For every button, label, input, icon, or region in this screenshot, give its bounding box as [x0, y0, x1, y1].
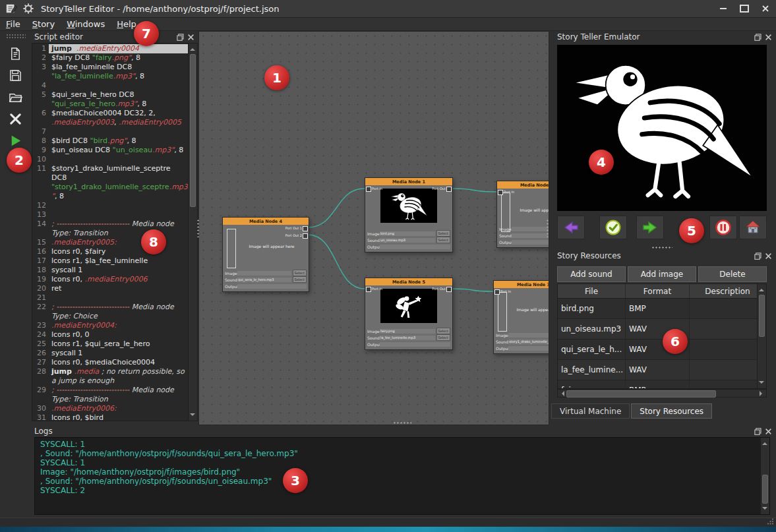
script-line[interactable]: 27lcons r0, $mediaChoice0004 [32, 358, 188, 367]
open-button[interactable] [0, 86, 31, 108]
script-line[interactable]: 21 [32, 293, 188, 303]
select-button[interactable]: Select [436, 237, 450, 243]
maximize-button[interactable] [734, 0, 755, 17]
table-row[interactable]: bird.pngBMP [558, 299, 766, 319]
script-line[interactable]: 29; ---------------------------- Media n… [32, 386, 188, 404]
scroll-thumb[interactable] [759, 295, 765, 337]
menu-story[interactable]: Story [26, 19, 61, 29]
close-button[interactable] [755, 0, 776, 17]
output-port[interactable] [446, 287, 452, 292]
script-code-area[interactable]: 1jump .mediaEntry00042$fairy DC8 "fairy.… [32, 44, 188, 421]
script-line[interactable]: 16lcons r0, $fairy [32, 247, 188, 256]
media-node[interactable]: Media Node 3Image will appear hereImageS… [493, 280, 549, 354]
script-line[interactable]: 30.mediaEntry0006: [32, 404, 188, 413]
media-node[interactable]: Media Node 1Imagebird.pngSelectSoundun_o… [365, 177, 453, 252]
script-line[interactable]: 12 [32, 201, 188, 210]
scroll-right-arrow[interactable] [760, 391, 765, 396]
splitter-handle[interactable] [651, 246, 672, 249]
script-line[interactable]: 10 [32, 155, 188, 164]
float-panel-icon[interactable] [754, 428, 761, 435]
input-port[interactable] [494, 289, 500, 295]
select-button[interactable]: Select [293, 276, 307, 283]
add-image-button[interactable]: Add image [628, 266, 696, 282]
script-line[interactable]: 11$story1_drako_luminelle_sceptre DC8 "s… [32, 164, 188, 201]
script-line[interactable]: 19lcons r0, .mediaEntry0006 [32, 275, 188, 284]
table-scrollbar[interactable] [757, 284, 766, 388]
script-line[interactable]: 6$mediaChoice0004 DC32, 2, .mediaEntry00… [32, 109, 188, 127]
script-line[interactable]: 31lcons r0, $bird [32, 413, 188, 421]
column-header-file[interactable]: File [558, 284, 626, 298]
tab-story-resources[interactable]: Story Resources [631, 403, 712, 419]
select-button[interactable]: Select [436, 230, 450, 237]
scroll-thumb[interactable] [190, 54, 196, 207]
scroll-left-arrow[interactable] [559, 391, 564, 396]
media-node[interactable]: Media Node 2Image will appear hereImageS… [496, 181, 549, 248]
float-panel-icon[interactable] [177, 34, 184, 41]
script-line[interactable]: 5$qui_sera_le_hero DC8 "qui_sera_le_hero… [32, 90, 188, 109]
menu-windows[interactable]: Windows [61, 19, 111, 29]
new-script-button[interactable] [0, 43, 31, 65]
float-panel-icon[interactable] [754, 34, 761, 41]
tab-virtual-machine[interactable]: Virtual Machine [551, 403, 630, 419]
close-panel-icon[interactable] [765, 428, 772, 435]
scroll-down-arrow[interactable] [190, 413, 195, 419]
pause-button[interactable] [709, 216, 737, 239]
input-port[interactable] [498, 190, 503, 195]
table-hscrollbar[interactable] [557, 389, 767, 398]
input-port[interactable] [366, 287, 371, 292]
script-line[interactable]: 24lcons r0, 0 [32, 330, 188, 340]
back-button[interactable] [557, 216, 585, 239]
forward-button[interactable] [636, 216, 664, 239]
output-port[interactable] [303, 233, 308, 239]
ok-button[interactable] [599, 216, 627, 239]
script-line[interactable]: 9$un_oiseau DC8 "un_oiseau.mp3", 8 [32, 146, 188, 155]
scroll-up-arrow[interactable] [762, 440, 767, 445]
column-header-format[interactable]: Format [626, 284, 690, 298]
logs-scrollbar[interactable] [760, 438, 769, 514]
close-panel-icon[interactable] [187, 34, 194, 41]
script-line[interactable]: 13 [32, 210, 188, 220]
script-scrollbar[interactable] [188, 44, 197, 421]
delete-button[interactable]: Delete [698, 266, 767, 282]
column-header-description[interactable]: Description [690, 284, 766, 298]
save-button[interactable] [0, 65, 31, 86]
script-line[interactable]: 2$fairy DC8 "fairy.png", 8 [32, 53, 188, 63]
scroll-up-arrow[interactable] [190, 45, 195, 51]
script-line[interactable]: 23.mediaEntry0004: [32, 321, 188, 330]
scroll-down-arrow[interactable] [762, 507, 767, 512]
logs-output[interactable]: SYSCALL: 1, Sound: "/home/anthony/ostpro… [34, 437, 770, 515]
script-line[interactable]: 4 [32, 81, 188, 90]
splitter-handle[interactable] [393, 421, 411, 425]
close-project-button[interactable] [0, 108, 31, 130]
input-port[interactable] [366, 187, 371, 192]
scroll-thumb[interactable] [762, 475, 768, 504]
script-line[interactable]: 8$bird DC8 "bird.png", 8 [32, 136, 188, 146]
scroll-down-arrow[interactable] [759, 381, 764, 386]
resize-grip[interactable] [766, 517, 774, 525]
splitter-handle[interactable] [546, 219, 549, 237]
select-button[interactable]: Select [436, 334, 450, 341]
close-panel-icon[interactable] [765, 34, 772, 41]
toolbar-drag-handle[interactable] [6, 34, 26, 39]
script-line[interactable]: 20ret [32, 284, 188, 293]
script-line[interactable]: 28jump .media ; no return possible, so a… [32, 367, 188, 386]
scroll-up-arrow[interactable] [759, 286, 764, 291]
home-button[interactable] [739, 216, 767, 239]
script-line[interactable]: 3$la_fee_luminelle DC8 "la_fee_luminelle… [32, 63, 188, 81]
add-sound-button[interactable]: Add sound [557, 266, 626, 282]
resources-table[interactable]: FileFormatDescription bird.pngBMPun_oise… [557, 283, 767, 389]
output-port[interactable] [303, 226, 308, 231]
select-button[interactable]: Select [293, 270, 307, 276]
script-line[interactable]: 22; ---------------------------- Media n… [32, 303, 188, 321]
script-line[interactable]: 26syscall 1 [32, 349, 188, 358]
table-row[interactable]: fairy.pngBMP [558, 380, 766, 389]
menu-file[interactable]: File [0, 19, 26, 29]
float-panel-icon[interactable] [754, 252, 761, 260]
script-line[interactable]: 1jump .mediaEntry0004 [32, 44, 188, 53]
table-row[interactable]: qui_sera_le_h...WAV [558, 340, 766, 360]
close-panel-icon[interactable] [765, 252, 772, 260]
script-line[interactable]: 17lcons r1, $la_fee_luminelle [32, 256, 188, 266]
script-line[interactable]: 7 [32, 127, 188, 136]
media-node[interactable]: Media Node 4Image will appear hereImageS… [222, 217, 309, 292]
table-row[interactable]: un_oiseau.mp3WAV [558, 319, 766, 340]
